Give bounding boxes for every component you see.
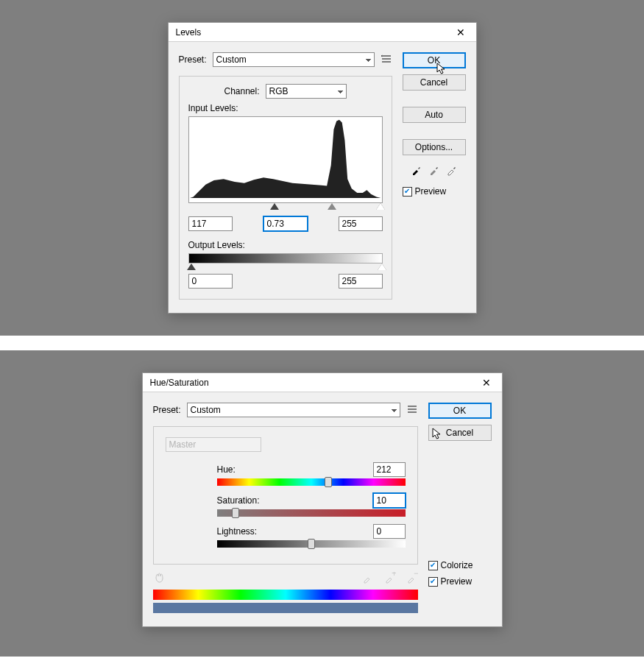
preset-label: Preset:: [179, 54, 207, 65]
colorize-checkbox[interactable]: ✔ Colorize: [428, 560, 492, 570]
hue-label: Hue:: [217, 464, 276, 475]
preview-label: Preview: [441, 576, 473, 587]
preset-menu-icon[interactable]: [406, 404, 418, 416]
preview-checkbox[interactable]: ✔ Preview: [403, 186, 466, 197]
preset-menu-icon[interactable]: [381, 54, 392, 66]
eyedropper-plus-icon[interactable]: +: [384, 572, 396, 584]
close-icon[interactable]: ✕: [450, 25, 472, 40]
channel-label: Channel:: [224, 86, 259, 96]
output-color-strip: [153, 603, 418, 613]
input-gamma-field[interactable]: [263, 216, 308, 231]
levels-dialog: Levels ✕ Preset: Custom Channel:: [168, 22, 477, 314]
cursor-icon: [432, 428, 442, 441]
input-white-slider[interactable]: [376, 203, 385, 210]
titlebar[interactable]: Hue/Saturation ✕: [143, 373, 502, 392]
saturation-slider[interactable]: [217, 509, 406, 517]
options-button[interactable]: Options...: [403, 139, 466, 155]
lightness-field[interactable]: [373, 524, 406, 539]
hsl-group: Master Hue: Saturation:: [153, 426, 418, 565]
preview-label: Preview: [415, 186, 447, 197]
eyedropper-icon[interactable]: [362, 572, 374, 584]
ok-button[interactable]: OK: [403, 52, 466, 68]
auto-button[interactable]: Auto: [403, 107, 466, 123]
levels-group: Channel: RGB Input Levels:: [179, 76, 392, 300]
output-levels-label: Output Levels:: [188, 240, 383, 250]
range-select: Master: [166, 437, 261, 452]
svg-text:−: −: [414, 572, 418, 579]
saturation-field[interactable]: [373, 493, 406, 508]
output-gradient[interactable]: [188, 253, 383, 263]
histogram[interactable]: [188, 116, 383, 203]
preset-select[interactable]: Custom: [213, 52, 375, 67]
channel-select[interactable]: RGB: [266, 84, 347, 99]
output-black-slider[interactable]: [187, 263, 196, 270]
svg-text:+: +: [392, 572, 396, 579]
preview-checkbox[interactable]: ✔ Preview: [428, 576, 492, 587]
dialog-title: Hue/Saturation: [150, 378, 209, 388]
dialog-title: Levels: [176, 27, 202, 38]
cancel-button[interactable]: Cancel: [403, 74, 466, 91]
input-levels-label: Input Levels:: [188, 103, 383, 113]
lightness-slider[interactable]: [217, 540, 406, 548]
input-white-field[interactable]: [339, 216, 383, 231]
titlebar[interactable]: Levels ✕: [169, 23, 476, 42]
hue-slider[interactable]: [217, 478, 406, 486]
input-gamma-slider[interactable]: [328, 203, 336, 210]
hue-field[interactable]: [373, 462, 406, 477]
saturation-label: Saturation:: [217, 495, 276, 506]
output-black-field[interactable]: [188, 274, 233, 289]
cancel-button[interactable]: Cancel: [428, 425, 492, 441]
input-color-strip: [153, 590, 418, 600]
lightness-label: Lightness:: [217, 526, 276, 537]
hue-saturation-dialog: Hue/Saturation ✕ Preset: Custom Master: [142, 372, 503, 627]
gray-eyedropper-icon[interactable]: [428, 164, 440, 176]
input-black-field[interactable]: [188, 216, 233, 231]
ok-button[interactable]: OK: [428, 403, 492, 419]
preset-select[interactable]: Custom: [187, 403, 400, 417]
hand-tool-icon[interactable]: [153, 572, 165, 584]
white-eyedropper-icon[interactable]: [446, 164, 458, 176]
input-black-slider[interactable]: [270, 203, 279, 210]
black-eyedropper-icon[interactable]: [411, 164, 422, 176]
output-white-slider[interactable]: [378, 263, 386, 270]
output-white-field[interactable]: [339, 274, 383, 289]
preset-label: Preset:: [153, 405, 181, 415]
colorize-label: Colorize: [441, 560, 473, 570]
eyedropper-minus-icon[interactable]: −: [406, 572, 418, 584]
close-icon[interactable]: ✕: [475, 375, 498, 390]
